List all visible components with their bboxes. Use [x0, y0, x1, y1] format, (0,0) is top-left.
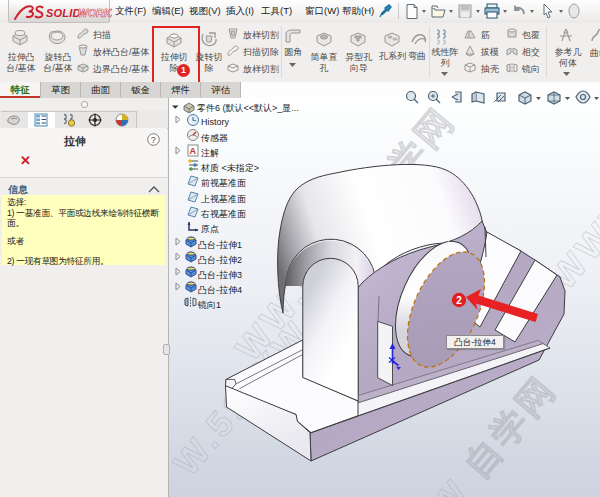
svg-text:?: ? — [151, 135, 156, 145]
svg-text:SOLID: SOLID — [46, 7, 81, 19]
svg-text:2: 2 — [456, 295, 462, 306]
svg-text:A: A — [190, 146, 197, 156]
svg-text:WORKS: WORKS — [78, 7, 112, 19]
